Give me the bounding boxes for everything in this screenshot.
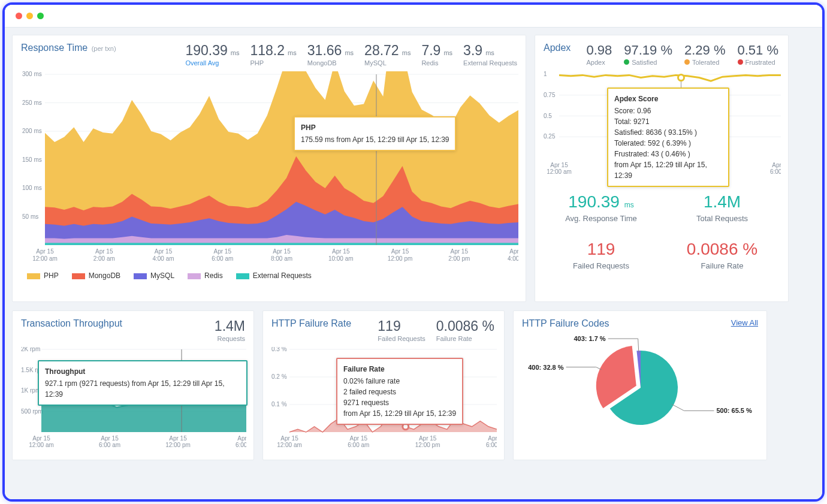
svg-text:50 ms: 50 ms <box>22 213 38 220</box>
throughput-chart[interactable]: 500 rpm1K rpm1.5K rpm2K rpmApr 1512:00 a… <box>21 347 245 451</box>
svg-text:300 ms: 300 ms <box>22 71 42 77</box>
legend-mongodb[interactable]: MongoDB <box>72 271 120 280</box>
legend-php[interactable]: PHP <box>27 271 59 280</box>
svg-text:500: 65.5 %: 500: 65.5 % <box>716 407 752 414</box>
svg-text:8:00 am: 8:00 am <box>271 255 292 262</box>
svg-text:0.25: 0.25 <box>544 133 556 140</box>
svg-text:Apr 15: Apr 15 <box>451 248 469 255</box>
svg-text:Apr 15: Apr 15 <box>332 248 350 255</box>
app-window: Response Time (per txn) 190.39 msOverall… <box>2 2 825 502</box>
svg-text:10:00 am: 10:00 am <box>328 255 354 262</box>
failure-rate-tooltip: Failure Rate 0.02% failure rate2 failed … <box>336 358 463 425</box>
svg-text:403: 1.7 %: 403: 1.7 % <box>574 335 605 342</box>
svg-text:6:00 pm: 6:00 pm <box>236 442 246 448</box>
legend-redis[interactable]: Redis <box>188 271 223 280</box>
stat-failed-requests: 119 Failed Requests <box>544 240 659 270</box>
legend-mysql[interactable]: MySQL <box>134 271 174 280</box>
metric-satisfied: 97.19 %Satisfied <box>624 43 674 66</box>
failure-rate-chart[interactable]: 0.1 %0.2 %0.3 %Apr 1512:00 amApr 156:00 … <box>271 347 496 451</box>
response-time-legend: PHPMongoDBMySQLRedisExternal Requests <box>27 271 517 280</box>
failure-rate-card: HTTP Failure Rate 119Failed Requests0.00… <box>262 310 505 460</box>
svg-text:12:00 pm: 12:00 pm <box>388 255 413 262</box>
apdex-metrics: 0.98Apdex97.19 %Satisfied2.29 %Tolerated… <box>586 43 780 66</box>
apdex-card: Apdex 0.98Apdex97.19 %Satisfied2.29 %Tol… <box>535 35 789 302</box>
failure-rate-title: HTTP Failure Rate <box>271 318 351 329</box>
window-minimize-icon[interactable] <box>26 13 33 19</box>
svg-text:12:00 pm: 12:00 pm <box>415 442 440 448</box>
svg-text:200 ms: 200 ms <box>22 128 42 134</box>
svg-text:Apr 15: Apr 15 <box>237 435 246 442</box>
legend-external-requests[interactable]: External Requests <box>236 271 312 280</box>
failure-codes-title: HTTP Failure Codes <box>522 318 609 329</box>
response-time-tooltip: PHP 175.59 ms from Apr 15, 12:29 till Ap… <box>294 116 456 151</box>
svg-text:2K rpm: 2K rpm <box>21 347 40 352</box>
metric-mysql: 28.72 msMySQL <box>364 43 411 67</box>
svg-text:Apr 15: Apr 15 <box>155 248 173 255</box>
response-time-chart[interactable]: 50 ms100 ms150 ms200 ms250 ms300 msApr 1… <box>21 71 517 265</box>
svg-text:150 ms: 150 ms <box>22 156 42 163</box>
svg-text:Apr 15: Apr 15 <box>550 162 568 168</box>
svg-text:500 rpm: 500 rpm <box>21 408 43 415</box>
throughput-tooltip: Throughput 927.1 rpm (9271 requests) fro… <box>38 360 248 406</box>
throughput-metric: 1.4M Requests <box>215 318 245 342</box>
svg-text:12:00 am: 12:00 am <box>29 442 54 448</box>
svg-text:Apr 15: Apr 15 <box>101 435 119 442</box>
svg-text:4:00 am: 4:00 am <box>152 255 174 262</box>
stat-total-requests: 1.4M Total Requests <box>665 192 780 223</box>
window-zoom-icon[interactable] <box>37 13 44 19</box>
response-time-metrics: 190.39 msOverall Avg118.2 msPHP31.66 msM… <box>185 43 517 67</box>
svg-text:6:00 pm: 6:00 pm <box>770 168 781 175</box>
svg-text:Apr 15: Apr 15 <box>169 435 187 442</box>
svg-text:12:00 am: 12:00 am <box>547 168 572 175</box>
failure-codes-card: HTTP Failure Codes View All 500: 65.5 %4… <box>513 310 767 460</box>
apdex-title: Apdex <box>544 43 571 53</box>
svg-text:6:00 am: 6:00 am <box>212 255 233 262</box>
view-all-link[interactable]: View All <box>731 318 758 327</box>
svg-text:250 ms: 250 ms <box>22 99 42 106</box>
svg-text:0.75: 0.75 <box>544 92 556 98</box>
throughput-card: Transaction Throughput 1.4M Requests 500… <box>12 310 254 460</box>
svg-text:12:00 pm: 12:00 pm <box>165 442 191 448</box>
svg-text:12:00 am: 12:00 am <box>32 255 58 262</box>
metric-failure-rate: 0.0086 %Failure Rate <box>436 318 496 342</box>
svg-text:Apr 15: Apr 15 <box>95 248 113 255</box>
throughput-title: Transaction Throughput <box>21 318 122 329</box>
metric-frustrated: 0.51 %Frustrated <box>738 43 780 66</box>
svg-text:Apr 15: Apr 15 <box>36 248 54 255</box>
svg-text:0.2 %: 0.2 % <box>271 373 287 380</box>
svg-point-49 <box>678 75 684 81</box>
metric-mongodb: 31.66 msMongoDB <box>307 43 354 67</box>
svg-text:Apr 15: Apr 15 <box>273 248 291 255</box>
svg-text:12:00 am: 12:00 am <box>277 442 302 448</box>
response-time-card: Response Time (per txn) 190.39 msOverall… <box>12 35 526 302</box>
metric-php: 118.2 msPHP <box>250 43 297 67</box>
svg-text:0.3 %: 0.3 % <box>271 347 287 352</box>
svg-line-83 <box>672 405 684 411</box>
svg-text:1: 1 <box>544 71 547 77</box>
svg-text:Apr 15: Apr 15 <box>509 248 518 255</box>
failure-codes-chart[interactable]: 500: 65.5 %400: 32.8 %403: 1.7 % <box>522 334 758 444</box>
stat-failure-rate: 0.0086 % Failure Rate <box>665 240 780 270</box>
svg-text:Apr 15: Apr 15 <box>419 435 437 442</box>
svg-text:Apr 15: Apr 15 <box>772 162 781 168</box>
svg-text:6:00 am: 6:00 am <box>348 442 369 448</box>
svg-text:Apr 15: Apr 15 <box>280 435 298 442</box>
response-time-title: Response Time (per txn) <box>21 43 116 53</box>
metric-tolerated: 2.29 %Tolerated <box>684 43 727 66</box>
window-close-icon[interactable] <box>16 13 22 19</box>
svg-text:0.1 %: 0.1 % <box>271 401 287 408</box>
apdex-chart[interactable]: 0.250.50.751Apr 1512:00 amApr 156:00 amA… <box>544 71 780 178</box>
svg-text:Apr 15: Apr 15 <box>214 248 232 255</box>
svg-text:4:00 pm: 4:00 pm <box>508 255 518 262</box>
svg-line-89 <box>638 339 639 352</box>
metric-overall-avg: 190.39 msOverall Avg <box>185 43 239 67</box>
svg-text:0.5: 0.5 <box>544 113 552 119</box>
svg-text:Apr 15: Apr 15 <box>391 248 409 255</box>
window-titlebar <box>5 5 822 28</box>
metric-external-requests: 3.9 msExternal Requests <box>463 43 517 67</box>
stat-avg-response-time: 190.39 ms Avg. Response Time <box>544 192 659 223</box>
apdex-tooltip: Apdex Score Score: 0.96Total: 9271Satisf… <box>607 87 729 187</box>
apdex-stats: 190.39 ms Avg. Response Time 1.4M Total … <box>544 192 780 270</box>
dashboard-content: Response Time (per txn) 190.39 msOverall… <box>5 28 822 499</box>
failure-rate-metrics: 119Failed Requests0.0086 %Failure Rate <box>378 318 496 342</box>
